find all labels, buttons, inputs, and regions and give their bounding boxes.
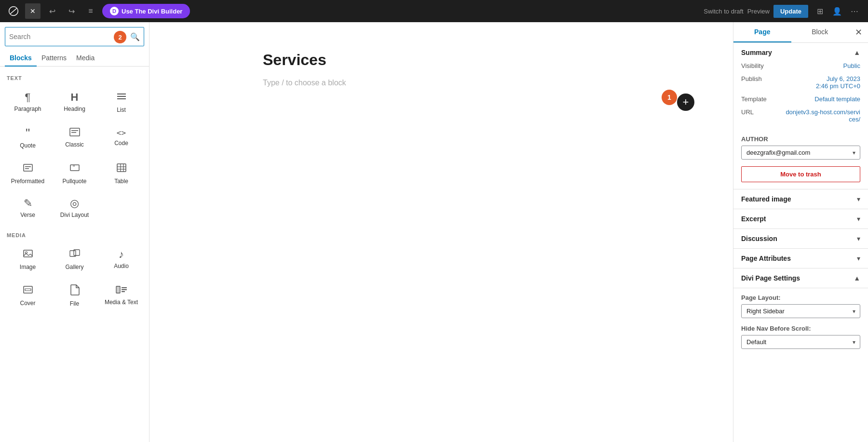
template-label: Template	[741, 95, 767, 103]
block-media-text-label: Media & Text	[105, 299, 138, 306]
block-audio-label: Audio	[114, 263, 129, 269]
topbar-right-icons: ⊞ 👤 ⋯	[812, 3, 862, 19]
block-quote-label: Quote	[20, 142, 36, 149]
block-heading[interactable]: H Heading	[52, 84, 97, 119]
page-layout-label: Page Layout:	[741, 294, 860, 301]
search-icon[interactable]: 🔍	[130, 32, 140, 41]
badge-1: 1	[662, 90, 677, 105]
main-layout: 2 🔍 Blocks Patterns Media TEXT ¶ Paragra…	[0, 22, 868, 442]
block-quote[interactable]: " Quote	[5, 120, 51, 154]
template-value[interactable]: Default template	[814, 95, 860, 103]
wp-logo	[6, 3, 21, 19]
update-button[interactable]: Update	[773, 5, 808, 18]
discussion-chevron-icon: ▾	[857, 235, 860, 242]
image-icon	[23, 248, 33, 261]
block-paragraph[interactable]: ¶ Paragraph	[5, 84, 51, 119]
hide-nav-select[interactable]: Default Hide Show	[741, 335, 860, 349]
page-attributes-chevron-icon: ▾	[857, 254, 860, 262]
summary-row-template: Template Default template	[741, 95, 860, 103]
undo-button[interactable]: ↩	[44, 3, 60, 19]
customize-icon[interactable]: ⊞	[812, 3, 827, 19]
block-image[interactable]: Image	[5, 241, 51, 276]
author-select[interactable]: deezgrafix@gmail.com	[741, 146, 860, 160]
search-input[interactable]	[9, 33, 130, 40]
block-preformatted[interactable]: Preformatted	[5, 155, 51, 190]
block-list-label: List	[117, 107, 126, 113]
page-attributes-section: Page Attributes ▾	[733, 249, 868, 268]
featured-image-header[interactable]: Featured image ▾	[733, 189, 868, 209]
page-layout-select-wrap: Right Sidebar Left Sidebar Full Width No…	[741, 304, 860, 318]
url-value[interactable]: donjetv3.sg-host.com/services/	[783, 108, 860, 123]
tab-blocks[interactable]: Blocks	[5, 50, 37, 67]
svg-point-17	[25, 252, 27, 254]
right-panel: Page Block ✕ Summary ▲ Visibility Public…	[733, 22, 868, 442]
author-label: AUTHOR	[741, 135, 860, 143]
media-section-label: MEDIA	[5, 228, 144, 241]
excerpt-chevron-icon: ▾	[857, 215, 860, 223]
block-pullquote[interactable]: " Pullquote	[52, 155, 97, 190]
quote-icon: "	[26, 127, 30, 139]
pullquote-icon: "	[69, 162, 80, 175]
page-layout-select[interactable]: Right Sidebar Left Sidebar Full Width No…	[741, 304, 860, 318]
summary-chevron-icon: ▲	[854, 49, 860, 56]
discussion-header[interactable]: Discussion ▾	[733, 229, 868, 248]
tabs-row: Blocks Patterns Media	[0, 50, 149, 67]
block-gallery[interactable]: Gallery	[52, 241, 97, 276]
svg-rect-1	[117, 96, 126, 97]
svg-text:": "	[73, 164, 75, 171]
block-media-text[interactable]: Media & Text	[98, 277, 144, 312]
user-icon[interactable]: 👤	[829, 3, 845, 19]
search-area: 2 🔍	[0, 22, 149, 46]
audio-icon: ♪	[119, 249, 124, 260]
featured-image-title: Featured image	[741, 195, 791, 203]
block-cover-label: Cover	[20, 300, 35, 307]
block-list[interactable]: List	[98, 84, 144, 119]
blocks-panel: TEXT ¶ Paragraph H Heading	[0, 67, 149, 442]
publish-value[interactable]: July 6, 2023 2:46 pm UTC+0	[816, 75, 860, 90]
visibility-value[interactable]: Public	[843, 62, 860, 69]
divi-settings-header[interactable]: Divi Page Settings ▲	[733, 268, 868, 288]
switch-to-draft-button[interactable]: Switch to draft	[704, 8, 743, 15]
gallery-icon	[69, 248, 80, 261]
block-divi-layout[interactable]: ◎ Divi Layout	[52, 191, 97, 224]
media-blocks-grid: Image Gallery ♪ Audio	[5, 241, 144, 312]
panel-close-button[interactable]: ✕	[849, 22, 868, 42]
page-attributes-header[interactable]: Page Attributes ▾	[733, 249, 868, 268]
center-content: Services Type / to choose a block 1 +	[149, 22, 733, 442]
close-editor-button[interactable]: ✕	[25, 3, 41, 19]
use-divi-builder-button[interactable]: D Use The Divi Builder	[102, 4, 190, 18]
add-block-button[interactable]: +	[677, 94, 694, 111]
paragraph-icon: ¶	[25, 92, 31, 103]
table-icon	[116, 162, 127, 175]
redo-button[interactable]: ↪	[64, 3, 79, 19]
excerpt-header[interactable]: Excerpt ▾	[733, 209, 868, 228]
editor-area: Services Type / to choose a block	[224, 22, 658, 107]
block-table[interactable]: Table	[98, 155, 144, 190]
svg-rect-4	[71, 130, 78, 131]
preview-button[interactable]: Preview	[747, 8, 770, 15]
search-badge: 2	[114, 31, 126, 43]
move-to-trash-button[interactable]: Move to trash	[741, 166, 860, 182]
list-view-button[interactable]: ≡	[83, 3, 98, 19]
block-placeholder[interactable]: Type / to choose a block	[263, 79, 620, 87]
tab-patterns[interactable]: Patterns	[37, 50, 71, 67]
panel-tab-block[interactable]: Block	[791, 22, 849, 42]
summary-header[interactable]: Summary ▲	[733, 43, 868, 62]
excerpt-title: Excerpt	[741, 215, 766, 223]
block-verse[interactable]: ✎ Verse	[5, 191, 51, 224]
block-audio[interactable]: ♪ Audio	[98, 241, 144, 276]
tab-media[interactable]: Media	[71, 50, 99, 67]
divi-settings-chevron-icon: ▲	[854, 274, 860, 282]
svg-rect-25	[122, 291, 125, 292]
more-options-icon[interactable]: ⋯	[847, 3, 862, 19]
text-section-label: TEXT	[5, 71, 144, 84]
svg-rect-7	[25, 166, 31, 167]
block-file[interactable]: File	[52, 277, 97, 312]
block-cover[interactable]: Cover	[5, 277, 51, 312]
media-text-icon	[116, 285, 127, 296]
panel-tab-page[interactable]: Page	[733, 22, 791, 42]
block-classic[interactable]: Classic	[52, 120, 97, 154]
page-title: Services	[263, 51, 620, 69]
block-code[interactable]: <> Code	[98, 120, 144, 154]
discussion-title: Discussion	[741, 235, 777, 242]
